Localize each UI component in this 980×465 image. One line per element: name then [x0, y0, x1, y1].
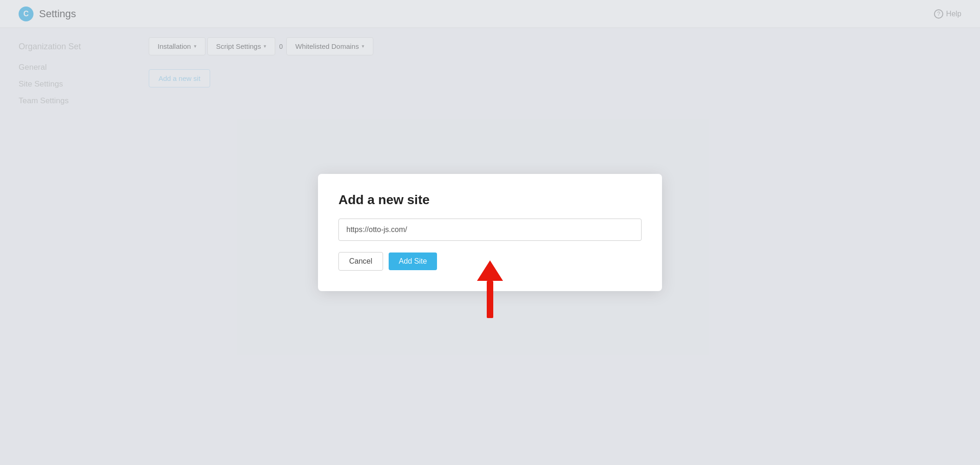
cancel-button[interactable]: Cancel: [338, 252, 383, 271]
site-url-input[interactable]: [338, 219, 642, 241]
modal-title: Add a new site: [338, 193, 642, 207]
arrow-shaft-icon: [487, 281, 493, 318]
arrow-head-icon: [477, 260, 503, 281]
arrow-annotation: [477, 260, 503, 318]
add-site-button[interactable]: Add Site: [389, 252, 437, 270]
